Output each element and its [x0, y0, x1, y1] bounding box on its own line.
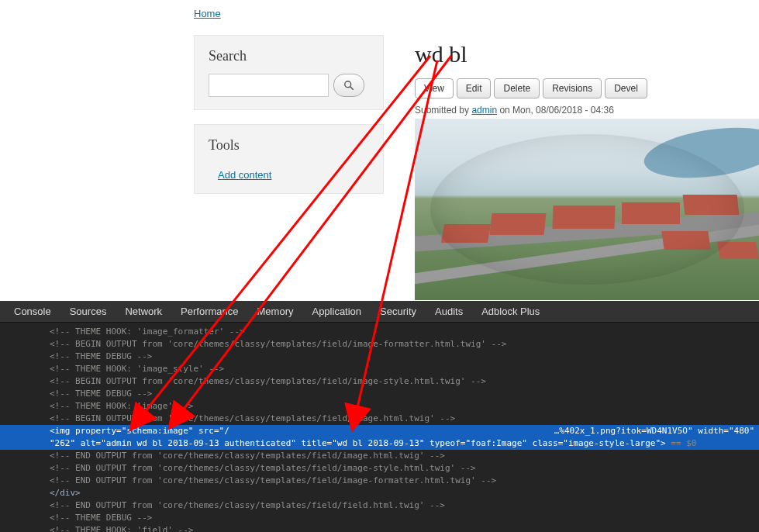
dt-line: <!-- THEME DEBUG --> [50, 389, 152, 399]
devtools-tab-security[interactable]: Security [380, 306, 416, 317]
dt-line: <!-- END OUTPUT from 'core/themes/classy… [50, 451, 445, 461]
page-title: wd bl [415, 41, 759, 67]
devtools-panel: Console Sources Network Performance Memo… [0, 301, 759, 532]
main: wd bl View Edit Delete Revisions Devel S… [415, 35, 759, 300]
search-title: Search [209, 48, 369, 64]
dt-line: <!-- BEGIN OUTPUT from 'core/themes/clas… [50, 339, 506, 349]
tools-title: Tools [209, 137, 369, 154]
search-input[interactable] [209, 74, 329, 97]
tab-devel[interactable]: Devel [605, 78, 647, 98]
dt-selected-line[interactable]: <img property="schema:image" src="/…%402… [0, 425, 759, 450]
devtools-tab-network[interactable]: Network [125, 306, 162, 317]
submitted-user-link[interactable]: admin [471, 105, 497, 116]
tools-block: Tools Add content [194, 124, 384, 194]
submitted-suffix: on Mon, 08/06/2018 - 04:36 [497, 105, 614, 116]
dt-img-url-tail: …%402x_1.png?itok=WD4N1V5O" width="480" [554, 425, 759, 437]
dt-closediv: </div> [50, 488, 81, 498]
tab-edit[interactable]: Edit [457, 78, 492, 98]
breadcrumb-bar: Home [0, 0, 759, 19]
tab-revisions[interactable]: Revisions [543, 78, 602, 98]
dt-line: <!-- THEME HOOK: 'image' --> [50, 401, 193, 411]
dt-line: <!-- THEME HOOK: 'field' --> [50, 525, 193, 532]
breadcrumb-home-link[interactable]: Home [194, 8, 221, 19]
submitted-prefix: Submitted by [415, 105, 471, 116]
tab-delete[interactable]: Delete [494, 78, 540, 98]
devtools-tab-adblock[interactable]: Adblock Plus [481, 306, 540, 317]
add-content-link[interactable]: Add content [209, 169, 271, 181]
dt-shadow-eq: == $0 [666, 438, 697, 448]
dt-img-open: <img property="schema:image" src="/ [50, 426, 229, 436]
breadcrumb: Home [194, 8, 221, 19]
devtools-elements-body[interactable]: <!-- THEME HOOK: 'image_formatter' --> <… [0, 323, 759, 532]
content-image [415, 119, 759, 300]
submitted-info: Submitted by admin on Mon, 08/06/2018 - … [415, 105, 759, 116]
dt-line: <!-- END OUTPUT from 'core/themes/classy… [50, 475, 496, 485]
sidebar: Search Tools Add content [194, 35, 384, 300]
devtools-tabs: Console Sources Network Performance Memo… [0, 301, 759, 323]
dt-line: <!-- BEGIN OUTPUT from 'core/themes/clas… [50, 413, 455, 423]
dt-line: <!-- THEME DEBUG --> [50, 351, 152, 361]
dt-img-cont: "262" alt="admin wd bl 2018-09-13 authen… [50, 438, 666, 448]
dt-line: <!-- END OUTPUT from 'core/themes/classy… [50, 463, 476, 473]
search-icon [343, 80, 354, 91]
content-row: Search Tools Add content wd bl View Edit… [0, 35, 759, 300]
devtools-tab-audits[interactable]: Audits [435, 306, 463, 317]
devtools-tab-sources[interactable]: Sources [70, 306, 107, 317]
search-block: Search [194, 35, 384, 110]
search-row [209, 74, 369, 97]
dt-line: <!-- END OUTPUT from 'core/themes/classy… [50, 500, 445, 510]
devtools-tab-memory[interactable]: Memory [257, 306, 294, 317]
dt-line: <!-- THEME DEBUG --> [50, 513, 152, 523]
dt-line: <!-- BEGIN OUTPUT from 'core/themes/clas… [50, 376, 486, 386]
search-button[interactable] [333, 74, 364, 97]
devtools-tab-performance[interactable]: Performance [181, 306, 238, 317]
dt-line: <!-- THEME HOOK: 'image_formatter' --> [50, 326, 245, 337]
tabs: View Edit Delete Revisions Devel [415, 78, 759, 98]
devtools-tab-console[interactable]: Console [14, 306, 51, 317]
dt-line: <!-- THEME HOOK: 'image_style' --> [50, 364, 224, 374]
devtools-tab-application[interactable]: Application [312, 306, 361, 317]
tab-view[interactable]: View [415, 78, 454, 98]
svg-line-1 [350, 87, 354, 90]
